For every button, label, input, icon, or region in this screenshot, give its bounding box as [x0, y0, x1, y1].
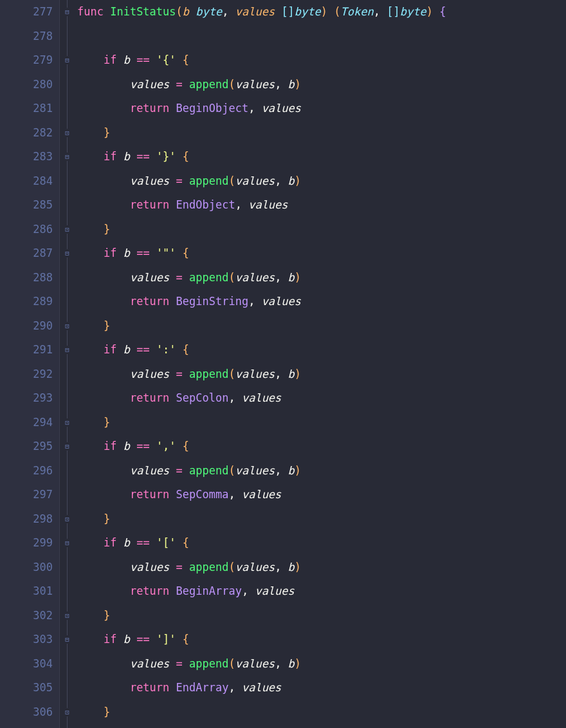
line-number: 288: [0, 266, 53, 290]
code-line[interactable]: if b == '}' {: [77, 145, 566, 169]
code-line[interactable]: [77, 24, 566, 49]
token-ident: values: [235, 271, 275, 284]
code-line[interactable]: values = append(values, b): [77, 169, 566, 194]
line-number: 286: [0, 218, 53, 242]
code-line[interactable]: }: [77, 314, 566, 339]
fold-column[interactable]: ⊟⊟⊡⊟⊡⊟⊡⊟⊡⊟⊡⊟⊡⊟⊡: [59, 0, 75, 728]
fold-close-icon[interactable]: ⊡: [63, 225, 71, 234]
code-line[interactable]: return BeginObject, values: [77, 97, 566, 121]
code-area[interactable]: func InitStatus(b byte, values []byte) (…: [75, 0, 566, 728]
token-ident: values: [255, 584, 294, 597]
token-kw: if: [104, 247, 123, 259]
token-str: ',': [156, 440, 176, 453]
token-comma: ,: [228, 681, 241, 694]
code-line[interactable]: }: [77, 604, 566, 628]
code-line[interactable]: }: [77, 218, 566, 242]
token-kw: if: [104, 343, 123, 356]
token-const: EndObject: [176, 198, 235, 211]
token-fn: InitStatus: [110, 5, 176, 18]
token-sp: [77, 416, 104, 429]
code-line[interactable]: if b == ']' {: [77, 628, 566, 652]
fold-open-icon[interactable]: ⊟: [63, 635, 71, 644]
code-line[interactable]: return EndObject, values: [77, 193, 566, 218]
code-line[interactable]: }: [77, 411, 566, 435]
token-sp: [77, 295, 130, 308]
code-line[interactable]: return SepComma, values: [77, 483, 566, 507]
token-ident: values: [130, 78, 176, 91]
code-editor[interactable]: 2772782792802812822832842852862872882892…: [0, 0, 566, 728]
token-comma: ,: [275, 368, 288, 380]
token-paren1: (: [228, 271, 235, 284]
fold-close-icon[interactable]: ⊡: [63, 129, 71, 137]
token-sp: [77, 126, 104, 139]
line-number: 300: [0, 555, 53, 580]
token-eq: =: [176, 561, 189, 574]
fold-open-icon[interactable]: ⊟: [63, 539, 71, 547]
token-comma: ,: [275, 464, 288, 477]
token-const: SepComma: [176, 488, 229, 501]
token-paren1: ): [295, 657, 301, 670]
line-number: 285: [0, 193, 53, 218]
token-sp: [77, 488, 130, 501]
code-line[interactable]: if b == '{' {: [77, 48, 566, 73]
code-line[interactable]: }: [77, 121, 566, 145]
token-call: append: [189, 271, 228, 284]
token-paren1: ): [295, 271, 301, 284]
code-line[interactable]: }: [77, 507, 566, 532]
token-paren1: (: [228, 561, 235, 574]
token-sp: [77, 368, 130, 380]
code-line[interactable]: if b == ',' {: [77, 434, 566, 459]
token-ident: values: [262, 102, 301, 115]
fold-close-icon[interactable]: ⊡: [63, 322, 71, 330]
token-kw: if: [104, 53, 123, 66]
token-paren1: (: [228, 174, 235, 187]
token-kw: return: [130, 391, 176, 404]
fold-open-icon[interactable]: ⊟: [63, 249, 71, 257]
line-number: 281: [0, 97, 53, 121]
fold-close-icon[interactable]: ⊡: [63, 708, 71, 716]
token-comma: ,: [248, 102, 261, 115]
token-punct: [176, 343, 183, 356]
token-sp: [77, 512, 104, 525]
code-line[interactable]: values = append(values, b): [77, 266, 566, 290]
token-sp: [77, 681, 130, 694]
code-line[interactable]: values = append(values, b): [77, 652, 566, 677]
fold-open-icon[interactable]: ⊟: [63, 8, 71, 16]
token-brace2: {: [183, 247, 189, 259]
token-ident: b: [123, 343, 136, 356]
fold-open-icon[interactable]: ⊟: [63, 442, 71, 451]
fold-open-icon[interactable]: ⊟: [63, 56, 71, 64]
token-paren1: ): [295, 464, 301, 477]
code-line[interactable]: if b == '"' {: [77, 241, 566, 266]
code-line[interactable]: values = append(values, b): [77, 459, 566, 483]
code-line[interactable]: func InitStatus(b byte, values []byte) (…: [77, 0, 566, 24]
code-line[interactable]: values = append(values, b): [77, 555, 566, 580]
code-line[interactable]: return BeginString, values: [77, 290, 566, 314]
fold-close-icon[interactable]: ⊡: [63, 418, 71, 427]
fold-close-icon[interactable]: ⊡: [63, 515, 71, 523]
token-paren1: ): [426, 5, 433, 18]
token-ident: b: [123, 633, 136, 646]
code-line[interactable]: if b == '[' {: [77, 531, 566, 555]
token-punct: ,: [222, 5, 235, 18]
token-type: Token: [341, 5, 374, 18]
fold-open-icon[interactable]: ⊟: [63, 346, 71, 354]
token-ident: values: [130, 271, 176, 284]
token-ident: values: [235, 464, 275, 477]
code-line[interactable]: return BeginArray, values: [77, 579, 566, 604]
token-punct: [433, 5, 439, 18]
token-str: '[': [156, 536, 176, 549]
fold-close-icon[interactable]: ⊡: [63, 611, 71, 620]
code-line[interactable]: values = append(values, b): [77, 73, 566, 97]
code-line[interactable]: return SepColon, values: [77, 386, 566, 411]
token-sp: [77, 343, 104, 356]
token-punct: [327, 5, 334, 18]
token-ident: b: [288, 657, 295, 670]
token-comma: ,: [275, 78, 288, 91]
token-sp: [77, 391, 130, 404]
code-line[interactable]: values = append(values, b): [77, 362, 566, 387]
code-line[interactable]: if b == ':' {: [77, 338, 566, 362]
code-line[interactable]: }: [77, 700, 566, 725]
fold-open-icon[interactable]: ⊟: [63, 153, 71, 161]
code-line[interactable]: return EndArray, values: [77, 676, 566, 700]
